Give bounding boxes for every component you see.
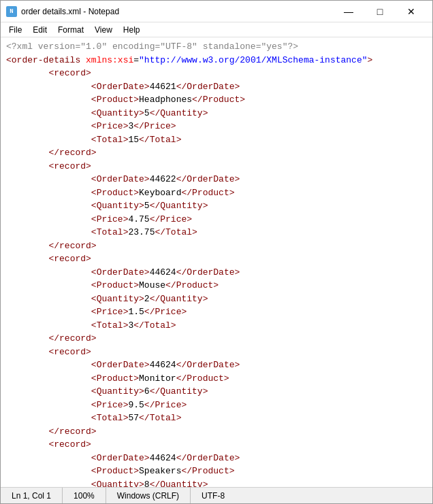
text-editor[interactable]: <?xml version="1.0" encoding="UTF-8" sta… [1,37,432,487]
close-button[interactable]: ✕ [396,1,427,22]
title-bar: N order details.xml - Notepad — □ ✕ [1,1,432,22]
window-title: order details.xml - Notepad [21,7,119,16]
menu-file[interactable]: File [3,24,27,36]
zoom-level: 100% [63,488,106,503]
line-ending: Windows (CRLF) [106,488,191,503]
title-bar-left: N order details.xml - Notepad [6,6,119,17]
cursor-position: Ln 1, Col 1 [1,488,63,503]
menu-view[interactable]: View [89,24,118,36]
notepad-window: N order details.xml - Notepad — □ ✕ File… [0,0,433,504]
status-bar: Ln 1, Col 1 100% Windows (CRLF) UTF-8 [1,487,432,503]
menu-format[interactable]: Format [52,24,89,36]
window-controls: — □ ✕ [333,1,427,22]
app-icon: N [6,6,17,17]
content-area: <?xml version="1.0" encoding="UTF-8" sta… [1,37,432,487]
minimize-button[interactable]: — [333,1,364,22]
menu-help[interactable]: Help [118,24,146,36]
menu-edit[interactable]: Edit [27,24,52,36]
maximize-button[interactable]: □ [364,1,396,22]
encoding: UTF-8 [191,488,236,503]
menu-bar: File Edit Format View Help [1,22,432,37]
